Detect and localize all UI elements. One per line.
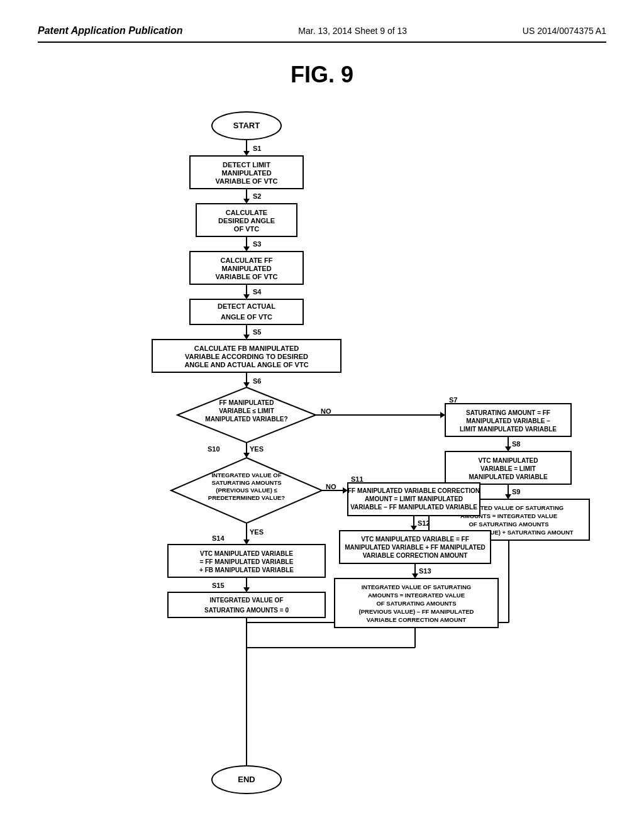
svg-marker-56 [243,540,250,545]
svg-text:VARIABLE CORRECTION AMOUNT: VARIABLE CORRECTION AMOUNT [363,552,468,559]
svg-text:AMOUNT = LIMIT MANIPULATED: AMOUNT = LIMIT MANIPULATED [365,495,463,502]
flowchart-diagram: START S1 DETECT LIMIT MANIPULATED VARIAB… [52,107,592,799]
svg-text:MANIPULATED VARIABLE + FF MANI: MANIPULATED VARIABLE + FF MANIPULATED [345,544,486,551]
svg-text:CALCULATE: CALCULATE [226,209,267,216]
svg-text:S8: S8 [512,440,520,448]
svg-text:S14: S14 [212,534,225,542]
svg-text:S13: S13 [419,567,431,575]
svg-marker-45 [243,453,250,458]
header-patent-number: US 2014/0074375 A1 [523,26,606,36]
svg-text:S4: S4 [253,288,262,296]
svg-text:S6: S6 [253,377,261,385]
svg-text:NO: NO [326,483,336,490]
svg-text:VARIABLE OF VTC: VARIABLE OF VTC [216,177,278,185]
svg-text:ANGLE OF VTC: ANGLE OF VTC [221,313,272,321]
svg-marker-81 [505,446,511,451]
svg-text:VARIABLE – FF MANIPULATED VARI: VARIABLE – FF MANIPULATED VARIABLE [350,504,477,511]
svg-text:+ FB MANIPULATED VARIABLE: + FB MANIPULATED VARIABLE [199,567,294,573]
svg-text:(PREVIOUS VALUE) – FF MANIPULA: (PREVIOUS VALUE) – FF MANIPULATED [359,608,474,615]
svg-text:S9: S9 [512,488,520,495]
svg-marker-112 [412,573,418,578]
svg-text:S10: S10 [208,445,220,453]
svg-text:MANIPULATED: MANIPULATED [221,169,271,177]
svg-text:DETECT LIMIT: DETECT LIMIT [223,161,270,169]
svg-text:MANIPULATED VARIABLE –: MANIPULATED VARIABLE – [466,418,550,424]
svg-text:YES: YES [250,528,264,536]
page-header: Patent Application Publication Mar. 13, … [38,25,606,43]
svg-text:VARIABLE CORRECTION AMOUNT: VARIABLE CORRECTION AMOUNT [367,616,467,623]
svg-marker-24 [243,294,250,299]
svg-text:VTC MANIPULATED VARIABLE: VTC MANIPULATED VARIABLE [200,550,293,557]
svg-text:SATURATING AMOUNTS = 0: SATURATING AMOUNTS = 0 [204,607,289,614]
svg-text:OF SATURATING AMOUNTS: OF SATURATING AMOUNTS [469,521,548,528]
svg-text:S5: S5 [253,328,261,336]
svg-text:SATURATING AMOUNT = FF: SATURATING AMOUNT = FF [466,409,550,416]
svg-text:START: START [233,121,260,130]
svg-text:DETECT ACTUAL: DETECT ACTUAL [218,302,275,310]
svg-text:YES: YES [250,445,264,453]
svg-text:VARIABLE ≤ LIMIT: VARIABLE ≤ LIMIT [219,407,274,414]
svg-marker-10 [243,199,250,204]
svg-text:END: END [238,775,255,784]
svg-marker-37 [243,382,250,387]
svg-text:S7: S7 [449,396,457,404]
header-publication-title: Patent Application Publication [38,25,183,36]
svg-text:VARIABLE OF VTC: VARIABLE OF VTC [216,273,278,280]
svg-text:INTEGRATED VALUE OF: INTEGRATED VALUE OF [210,597,284,604]
svg-text:VARIABLE = LIMIT: VARIABLE = LIMIT [480,465,536,472]
svg-text:NO: NO [321,407,331,415]
svg-text:VARIABLE ACCORDING TO DESIRED: VARIABLE ACCORDING TO DESIRED [185,353,308,360]
svg-marker-30 [243,335,250,340]
svg-marker-74 [440,412,445,418]
svg-marker-88 [505,494,511,499]
svg-marker-17 [243,246,250,252]
svg-text:DESIRED ANGLE: DESIRED ANGLE [218,217,275,224]
svg-text:OF SATURATING AMOUNTS: OF SATURATING AMOUNTS [376,600,456,607]
svg-text:VTC MANIPULATED VARIABLE = FF: VTC MANIPULATED VARIABLE = FF [361,536,469,543]
svg-text:INTEGRATED VALUE OF SATURATING: INTEGRATED VALUE OF SATURATING [362,584,472,590]
svg-text:SATURATING AMOUNTS: SATURATING AMOUNTS [211,479,281,486]
svg-text:S15: S15 [212,582,225,589]
page: Patent Application Publication Mar. 13, … [0,0,644,830]
svg-marker-39 [177,387,316,443]
svg-marker-63 [243,587,250,592]
svg-text:MANIPULATED VARIABLE?: MANIPULATED VARIABLE? [205,416,287,423]
svg-marker-105 [411,526,417,531]
svg-text:CALCULATE FB MANIPULATED: CALCULATE FB MANIPULATED [194,345,299,352]
svg-text:S2: S2 [253,192,261,200]
svg-text:AMOUNTS = INTEGRATED VALUE: AMOUNTS = INTEGRATED VALUE [368,592,465,599]
svg-text:MANIPULATED VARIABLE: MANIPULATED VARIABLE [469,473,548,480]
svg-text:S1: S1 [253,145,261,152]
svg-text:(PREVIOUS VALUE) ≤: (PREVIOUS VALUE) ≤ [216,487,277,494]
svg-marker-3 [243,151,250,156]
svg-text:FF MANIPULATED VARIABLE CORREC: FF MANIPULATED VARIABLE CORRECTION [348,487,480,494]
svg-text:= FF MANIPULATED VARIABLE: = FF MANIPULATED VARIABLE [200,558,294,565]
svg-marker-98 [343,487,348,494]
figure-title: FIG. 9 [38,62,606,88]
svg-text:INTEGRATED VALUE OF: INTEGRATED VALUE OF [211,472,281,479]
header-date-sheet: Mar. 13, 2014 Sheet 9 of 13 [298,26,407,36]
svg-text:LIMIT MANIPULATED VARIABLE: LIMIT MANIPULATED VARIABLE [460,426,557,433]
svg-text:S11: S11 [351,475,364,483]
svg-rect-65 [168,592,325,617]
svg-text:S12: S12 [418,519,430,527]
svg-text:ANGLE AND ACTUAL ANGLE OF VTC: ANGLE AND ACTUAL ANGLE OF VTC [184,361,308,368]
svg-text:CALCULATE FF: CALCULATE FF [221,257,273,264]
svg-text:OF VTC: OF VTC [234,225,259,233]
svg-text:FF MANIPULATED: FF MANIPULATED [219,399,274,406]
svg-text:VTC MANIPULATED: VTC MANIPULATED [479,457,538,464]
svg-text:MANIPULATED: MANIPULATED [221,265,271,272]
svg-text:PREDETERMINED VALUE?: PREDETERMINED VALUE? [208,494,285,501]
svg-text:S3: S3 [253,240,261,248]
